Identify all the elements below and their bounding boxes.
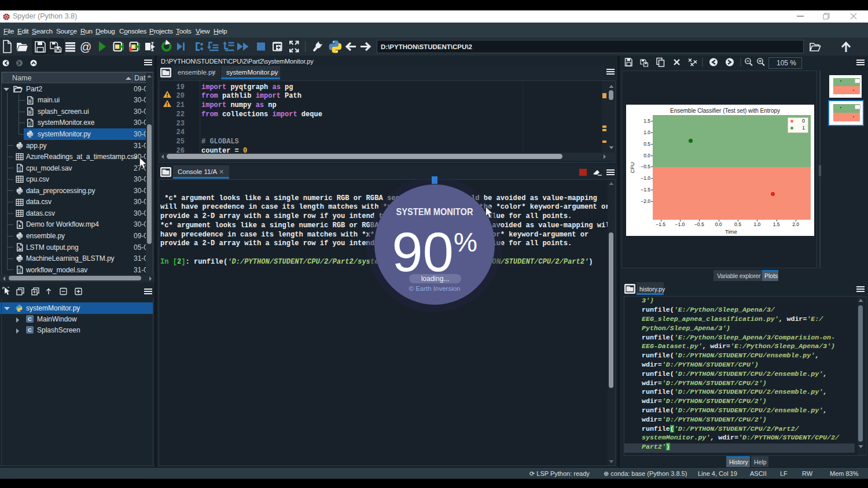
svg-text:@: @ <box>80 40 91 53</box>
svg-text:10: 10 <box>18 169 21 172</box>
svg-text:10: 10 <box>28 123 32 126</box>
svg-text:10: 10 <box>18 271 21 273</box>
